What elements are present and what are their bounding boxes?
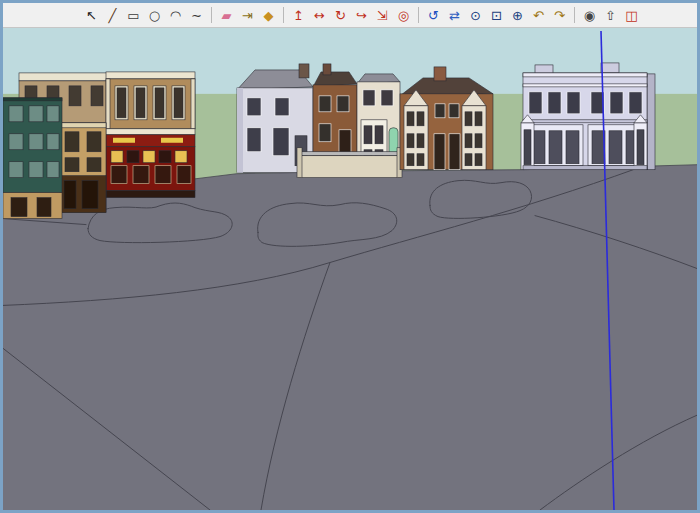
orbit-icon: ↺ bbox=[428, 9, 439, 22]
walk-icon: ⇧ bbox=[605, 9, 616, 22]
toolbar-separator bbox=[574, 7, 575, 23]
model-canvas[interactable] bbox=[3, 28, 697, 510]
previous-view-icon: ↶ bbox=[533, 9, 544, 22]
lavender-shop-building bbox=[521, 63, 655, 170]
tool-position-camera-button[interactable]: ◉ bbox=[580, 5, 599, 25]
follow-me-icon: ↪ bbox=[356, 9, 367, 22]
tool-push-pull-button[interactable]: ↥ bbox=[289, 5, 308, 25]
tool-section-plane-button[interactable]: ◫ bbox=[622, 5, 641, 25]
zoom-extents-icon: ⊕ bbox=[512, 9, 523, 22]
tool-eraser-button[interactable]: ▰ bbox=[217, 5, 236, 25]
push-pull-icon: ↥ bbox=[293, 9, 304, 22]
ground-plane bbox=[3, 165, 697, 510]
section-plane-icon: ◫ bbox=[625, 9, 637, 22]
toolbar-tools: ↖╱▭○◠∼▰⇥◆↥↔↻↪⇲◎↺⇄⊙⊡⊕↶↷◉⇧◫ bbox=[81, 3, 642, 27]
porch-left bbox=[521, 115, 534, 170]
offset-icon: ◎ bbox=[398, 9, 409, 22]
teal-windows bbox=[9, 106, 59, 178]
tool-zoom-extents-button[interactable]: ⊕ bbox=[508, 5, 527, 25]
garden-wall bbox=[297, 148, 402, 178]
tool-circle-button[interactable]: ○ bbox=[145, 5, 164, 25]
rotate-icon: ↻ bbox=[335, 9, 346, 22]
toolbar-separator bbox=[283, 7, 284, 23]
paint-bucket-icon: ◆ bbox=[264, 9, 274, 22]
brick-pub bbox=[106, 72, 195, 198]
tool-rotate-button[interactable]: ↻ bbox=[331, 5, 350, 25]
tool-zoom-button[interactable]: ⊙ bbox=[466, 5, 485, 25]
scale-icon: ⇲ bbox=[377, 9, 388, 22]
porch-right bbox=[634, 115, 647, 170]
eraser-icon: ▰ bbox=[222, 9, 232, 22]
tool-pan-button[interactable]: ⇄ bbox=[445, 5, 464, 25]
tool-rectangle-button[interactable]: ▭ bbox=[124, 5, 143, 25]
toolbar-separator bbox=[418, 7, 419, 23]
toolbar-spacer bbox=[5, 3, 81, 27]
next-view-icon: ↷ bbox=[554, 9, 565, 22]
tool-orbit-button[interactable]: ↺ bbox=[424, 5, 443, 25]
tool-previous-view-button[interactable]: ↶ bbox=[529, 5, 548, 25]
sketchup-window: ↖╱▭○◠∼▰⇥◆↥↔↻↪⇲◎↺⇄⊙⊡⊕↶↷◉⇧◫ bbox=[0, 0, 700, 513]
tool-offset-button[interactable]: ◎ bbox=[394, 5, 413, 25]
toolbar-separator bbox=[211, 7, 212, 23]
tool-tape-measure-button[interactable]: ⇥ bbox=[238, 5, 257, 25]
tool-freehand-button[interactable]: ∼ bbox=[187, 5, 206, 25]
freehand-icon: ∼ bbox=[191, 9, 202, 22]
tool-paint-bucket-button[interactable]: ◆ bbox=[259, 5, 278, 25]
tool-line-button[interactable]: ╱ bbox=[103, 5, 122, 25]
toolbar: ↖╱▭○◠∼▰⇥◆↥↔↻↪⇲◎↺⇄⊙⊡⊕↶↷◉⇧◫ bbox=[3, 3, 697, 28]
shopfront-left bbox=[528, 125, 583, 166]
rectangle-icon: ▭ bbox=[127, 9, 139, 22]
tool-select-button[interactable]: ↖ bbox=[82, 5, 101, 25]
teal-corner-building bbox=[3, 98, 62, 219]
move-icon: ↔ bbox=[314, 9, 325, 22]
tool-walk-button[interactable]: ⇧ bbox=[601, 5, 620, 25]
zoom-window-icon: ⊡ bbox=[491, 9, 502, 22]
tool-follow-me-button[interactable]: ↪ bbox=[352, 5, 371, 25]
select-icon: ↖ bbox=[86, 9, 97, 22]
tool-arc-button[interactable]: ◠ bbox=[166, 5, 185, 25]
tool-scale-button[interactable]: ⇲ bbox=[373, 5, 392, 25]
zoom-icon: ⊙ bbox=[470, 9, 481, 22]
tool-move-button[interactable]: ↔ bbox=[310, 5, 329, 25]
tape-measure-icon: ⇥ bbox=[242, 9, 253, 22]
arc-icon: ◠ bbox=[170, 9, 181, 22]
viewport[interactable] bbox=[3, 28, 697, 510]
position-camera-icon: ◉ bbox=[584, 9, 595, 22]
pan-icon: ⇄ bbox=[449, 9, 460, 22]
tool-next-view-button[interactable]: ↷ bbox=[550, 5, 569, 25]
tan-mid-building bbox=[60, 123, 106, 213]
line-icon: ╱ bbox=[109, 9, 117, 22]
circle-icon: ○ bbox=[149, 9, 160, 22]
tool-zoom-window-button[interactable]: ⊡ bbox=[487, 5, 506, 25]
